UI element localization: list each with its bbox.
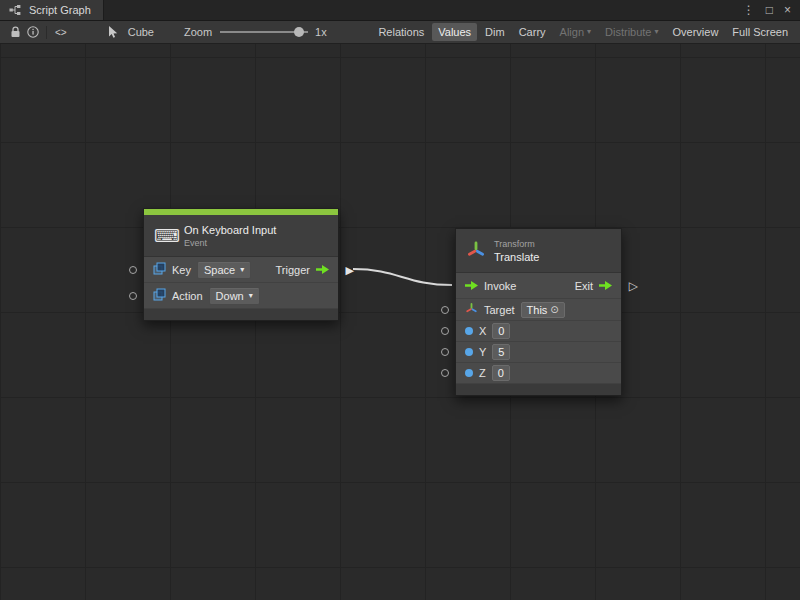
lock-icon[interactable] bbox=[6, 24, 24, 41]
graph-canvas[interactable]: ⌨ On Keyboard Input Event Key Space bbox=[0, 44, 800, 600]
toolbar-divider bbox=[46, 26, 47, 39]
tab-bar: Script Graph ⋮ □ × bbox=[0, 0, 800, 21]
maximize-icon[interactable]: □ bbox=[766, 4, 773, 16]
distribute-label: Distribute bbox=[605, 26, 651, 38]
action-dropdown[interactable]: Down ▾ bbox=[209, 287, 260, 305]
toolbar-button-align[interactable]: Align ▾ bbox=[554, 23, 597, 41]
exit-label: Exit bbox=[575, 280, 593, 292]
key-dropdown[interactable]: Space ▾ bbox=[197, 261, 251, 279]
chevron-down-icon: ▾ bbox=[240, 266, 244, 274]
invoke-port-icon[interactable] bbox=[465, 281, 478, 290]
info-icon[interactable] bbox=[24, 24, 42, 41]
script-graph-window: Script Graph ⋮ □ × <> bbox=[0, 0, 800, 600]
select-target-icon bbox=[105, 24, 123, 41]
graph-target[interactable]: Cube bbox=[105, 24, 154, 41]
target-row: Target This ⊙ bbox=[456, 299, 621, 321]
toolbar-button-fullscreen[interactable]: Full Screen bbox=[726, 23, 794, 41]
float-value-icon bbox=[465, 348, 473, 356]
key-dropdown-value: Space bbox=[204, 264, 235, 276]
key-input-port[interactable] bbox=[129, 266, 137, 274]
node-on-keyboard-input[interactable]: ⌨ On Keyboard Input Event Key Space bbox=[143, 208, 339, 321]
float-value-icon bbox=[465, 327, 473, 335]
translate-node-title: Translate bbox=[494, 251, 539, 263]
exit-port-icon[interactable] bbox=[599, 281, 612, 290]
target-input-port[interactable] bbox=[441, 306, 449, 314]
action-row: Action Down ▾ bbox=[144, 283, 338, 309]
z-input-port[interactable] bbox=[441, 369, 449, 377]
tab-title: Script Graph bbox=[29, 4, 91, 16]
value-key-icon bbox=[153, 262, 166, 277]
translate-node-header: Transform Translate bbox=[456, 229, 621, 273]
wire-arrowhead-icon: ▶ bbox=[346, 264, 354, 275]
action-input-port[interactable] bbox=[129, 292, 137, 300]
action-dropdown-value: Down bbox=[216, 290, 244, 302]
float-value-icon bbox=[465, 369, 473, 377]
wire-layer bbox=[0, 44, 800, 600]
event-node-header: ⌨ On Keyboard Input Event bbox=[144, 215, 338, 257]
toolbar-button-values[interactable]: Values bbox=[432, 23, 477, 41]
x-value-field[interactable]: 0 bbox=[492, 323, 510, 339]
node-translate[interactable]: Transform Translate Invoke Exit ▷ bbox=[455, 228, 622, 396]
toolbar-button-carry[interactable]: Carry bbox=[513, 23, 552, 41]
z-row: Z 0 bbox=[456, 363, 621, 384]
event-node-subtitle: Event bbox=[184, 238, 276, 248]
zoom-value: 1x bbox=[315, 26, 327, 38]
tab-script-graph[interactable]: Script Graph bbox=[0, 0, 104, 20]
event-node-title: On Keyboard Input bbox=[184, 224, 276, 236]
transform-axis-icon bbox=[466, 240, 486, 262]
keyboard-icon: ⌨ bbox=[154, 227, 176, 245]
toolbar-buttons: Relations Values Dim Carry Align ▾ Distr… bbox=[372, 23, 794, 41]
translate-node-footer bbox=[456, 384, 621, 395]
invoke-label: Invoke bbox=[484, 280, 516, 292]
toolbar-button-dim[interactable]: Dim bbox=[479, 23, 511, 41]
value-key-icon bbox=[153, 288, 166, 303]
y-label: Y bbox=[479, 346, 486, 358]
chevron-down-icon: ▾ bbox=[587, 28, 591, 36]
flow-continue-icon: ▷ bbox=[629, 280, 638, 292]
target-name-label: Cube bbox=[128, 26, 154, 38]
transform-axis-icon bbox=[465, 302, 478, 317]
x-label: X bbox=[479, 325, 486, 337]
translate-node-category: Transform bbox=[494, 239, 539, 249]
y-row: Y 5 bbox=[456, 342, 621, 363]
key-row: Key Space ▾ Trigger ▶ bbox=[144, 257, 338, 283]
graph-toolbar: <> Cube Zoom 1x Relations Values Dim Car… bbox=[0, 21, 800, 44]
more-options-icon[interactable]: ⋮ bbox=[743, 4, 755, 16]
z-value-field[interactable]: 0 bbox=[492, 365, 510, 381]
key-label: Key bbox=[172, 264, 191, 276]
y-value-field[interactable]: 5 bbox=[492, 344, 510, 360]
event-node-footer bbox=[144, 309, 338, 320]
action-label: Action bbox=[172, 290, 203, 302]
object-picker-icon[interactable]: ⊙ bbox=[550, 305, 558, 315]
toolbar-button-distribute[interactable]: Distribute ▾ bbox=[599, 23, 664, 41]
toolbar-button-relations[interactable]: Relations bbox=[372, 23, 430, 41]
y-input-port[interactable] bbox=[441, 348, 449, 356]
x-row: X 0 bbox=[456, 321, 621, 342]
trigger-label: Trigger bbox=[276, 264, 310, 276]
code-icon[interactable]: <> bbox=[51, 27, 71, 38]
zoom-label: Zoom bbox=[184, 26, 212, 38]
toolbar-button-overview[interactable]: Overview bbox=[667, 23, 725, 41]
zoom-slider-knob[interactable] bbox=[294, 27, 304, 37]
invoke-exit-row: Invoke Exit ▷ bbox=[456, 273, 621, 299]
close-icon[interactable]: × bbox=[784, 4, 791, 16]
target-object-value: This bbox=[527, 304, 548, 316]
target-label: Target bbox=[484, 304, 515, 316]
z-label: Z bbox=[479, 367, 486, 379]
chevron-down-icon: ▾ bbox=[655, 28, 659, 36]
x-input-port[interactable] bbox=[441, 327, 449, 335]
target-object-field[interactable]: This ⊙ bbox=[521, 302, 565, 318]
trigger-port-icon[interactable] bbox=[316, 265, 329, 274]
align-label: Align bbox=[560, 26, 584, 38]
zoom-slider[interactable] bbox=[220, 26, 308, 38]
window-controls: ⋮ □ × bbox=[734, 0, 800, 20]
script-graph-icon bbox=[6, 2, 24, 19]
connection-wire[interactable] bbox=[353, 269, 452, 285]
chevron-down-icon: ▾ bbox=[249, 292, 253, 300]
